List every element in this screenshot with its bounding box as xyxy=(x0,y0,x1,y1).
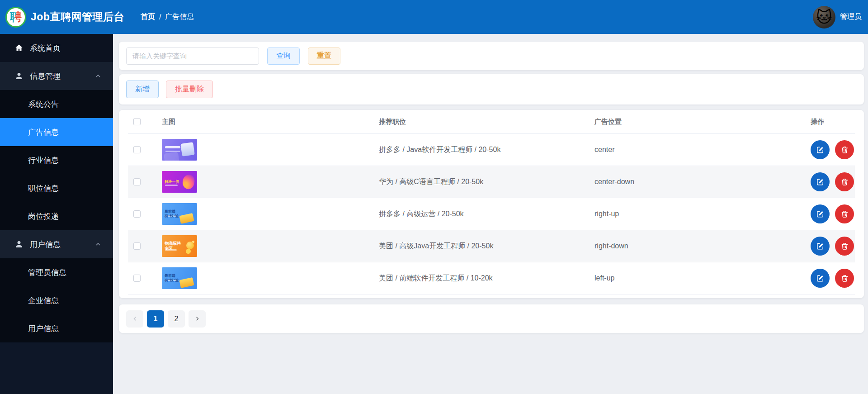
table-row: 解决一切 华为 / 高级C语言工程师 / 20-50k center-down xyxy=(128,166,855,198)
user-icon xyxy=(14,71,24,81)
search-panel: 查询 重置 xyxy=(119,42,864,70)
sidebar-item-users[interactable]: 用户信息 xyxy=(0,314,113,342)
sidebar-item-label: 系统公告 xyxy=(28,99,59,109)
ad-thumbnail: 最前端 有"钱"途 xyxy=(162,267,197,289)
user-avatar[interactable]: 🐱 xyxy=(813,6,835,28)
table-row: 物流招聘专区 美团 / 高级Java开发工程师 / 20-50k right-d… xyxy=(128,230,855,262)
sidebar-item-industry[interactable]: 行业信息 xyxy=(0,146,113,174)
row-checkbox[interactable] xyxy=(133,178,141,185)
sidebar-item-label: 用户信息 xyxy=(28,323,59,334)
table-header-row: 主图 推荐职位 广告位置 操作 xyxy=(128,110,855,134)
edit-button[interactable] xyxy=(811,204,830,223)
logo-char: 聘 xyxy=(10,9,22,25)
ad-thumbnail: 物流招聘专区 xyxy=(162,235,197,257)
sidebar-item-label: 系统首页 xyxy=(30,43,61,53)
sidebar-item-admins[interactable]: 管理员信息 xyxy=(0,258,113,286)
job-text: 美团 / 高级Java开发工程师 / 20-50k xyxy=(379,242,594,251)
page-title: Job直聘网管理后台 xyxy=(31,10,124,24)
chevron-right-icon xyxy=(194,316,200,322)
batch-delete-button[interactable]: 批量删除 xyxy=(166,81,213,98)
ad-position: right-down xyxy=(594,242,811,250)
job-text: 华为 / 高级C语言工程师 / 20-50k xyxy=(379,177,594,187)
ad-thumbnail: 最前端 有"钱"途 xyxy=(162,203,197,225)
edit-button[interactable] xyxy=(811,269,830,288)
ads-table: 主图 推荐职位 广告位置 操作 拼多多 / Java软件开发工程师 / 20-5… xyxy=(119,110,864,298)
breadcrumb: 首页 / 广告信息 xyxy=(141,12,194,22)
edit-button[interactable] xyxy=(811,140,830,159)
table-row: 拼多多 / Java软件开发工程师 / 20-50k center xyxy=(128,134,855,166)
sidebar-item-label: 用户信息 xyxy=(30,239,61,250)
delete-button[interactable] xyxy=(835,140,854,159)
chevron-up-icon xyxy=(95,241,101,247)
ad-thumbnail xyxy=(162,139,197,161)
edit-icon xyxy=(816,210,825,218)
pagination: 1 2 xyxy=(119,304,864,333)
reset-button[interactable]: 重置 xyxy=(308,47,340,65)
edit-icon xyxy=(816,178,825,186)
breadcrumb-current: 广告信息 xyxy=(165,12,194,22)
delete-button[interactable] xyxy=(835,269,854,288)
page-button-1[interactable]: 1 xyxy=(147,310,164,328)
edit-icon xyxy=(816,146,825,154)
ad-thumbnail: 解决一切 xyxy=(162,171,197,193)
chevron-up-icon xyxy=(95,73,101,79)
edit-button[interactable] xyxy=(811,172,830,191)
row-checkbox[interactable] xyxy=(133,242,141,250)
prev-page-button[interactable] xyxy=(126,310,143,328)
user-name: 管理员 xyxy=(840,12,862,22)
edit-button[interactable] xyxy=(811,237,830,256)
column-header-job: 推荐职位 xyxy=(379,118,594,126)
delete-button[interactable] xyxy=(835,172,854,191)
toolbar-panel: 新增 批量删除 xyxy=(119,74,864,104)
next-page-button[interactable] xyxy=(189,310,206,328)
sidebar-item-ads[interactable]: 广告信息 xyxy=(0,118,113,146)
delete-button[interactable] xyxy=(835,237,854,256)
column-header-position: 广告位置 xyxy=(594,118,811,126)
add-button[interactable]: 新增 xyxy=(126,81,159,98)
delete-button[interactable] xyxy=(835,204,854,223)
home-icon xyxy=(14,43,24,52)
main-content: 查询 重置 新增 批量删除 主图 推荐职位 广告位置 操作 拼多多 / Java… xyxy=(113,34,868,394)
edit-icon xyxy=(816,242,825,251)
table-row: 最前端 有"钱"途 拼多多 / 高级运营 / 20-50k right-up xyxy=(128,198,855,230)
sidebar-item-label: 信息管理 xyxy=(30,71,61,81)
sidebar-item-label: 管理员信息 xyxy=(28,267,66,278)
sidebar-item-companies[interactable]: 企业信息 xyxy=(0,286,113,314)
sidebar-item-label: 广告信息 xyxy=(28,127,59,138)
row-checkbox[interactable] xyxy=(133,146,141,153)
sidebar-item-delivery[interactable]: 岗位投递 xyxy=(0,202,113,230)
trash-icon xyxy=(840,178,849,186)
table-row: 最前端 有"钱"途 美团 / 前端软件开发工程师 / 10-20k left-u… xyxy=(128,262,855,294)
chevron-left-icon xyxy=(132,316,138,322)
row-checkbox[interactable] xyxy=(133,210,141,218)
user-icon xyxy=(14,240,24,249)
page-button-2[interactable]: 2 xyxy=(168,310,185,328)
sidebar-item-label: 行业信息 xyxy=(28,155,59,166)
sidebar-item-notice[interactable]: 系统公告 xyxy=(0,90,113,118)
sidebar-item-label: 企业信息 xyxy=(28,295,59,306)
select-all-checkbox[interactable] xyxy=(133,118,141,125)
search-input[interactable] xyxy=(126,47,259,65)
breadcrumb-home-link[interactable]: 首页 xyxy=(141,12,155,22)
trash-icon xyxy=(840,146,849,154)
column-header-actions: 操作 xyxy=(811,118,855,126)
row-checkbox[interactable] xyxy=(133,275,141,282)
sidebar-group-users[interactable]: 用户信息 xyxy=(0,230,113,258)
sidebar-item-positions[interactable]: 职位信息 xyxy=(0,174,113,202)
sidebar-item-home[interactable]: 系统首页 xyxy=(0,34,113,62)
query-button[interactable]: 查询 xyxy=(267,47,300,65)
trash-icon xyxy=(840,210,849,218)
header-bar: 聘 Job直聘网管理后台 首页 / 广告信息 🐱 管理员 xyxy=(0,0,868,34)
sidebar-item-label: 岗位投递 xyxy=(28,211,59,222)
ad-position: right-up xyxy=(594,210,811,218)
breadcrumb-separator: / xyxy=(159,13,161,21)
sidebar-group-info[interactable]: 信息管理 xyxy=(0,62,113,90)
app-logo: 聘 xyxy=(5,7,26,28)
trash-icon xyxy=(840,274,849,283)
edit-icon xyxy=(816,274,825,283)
trash-icon xyxy=(840,242,849,251)
job-text: 美团 / 前端软件开发工程师 / 10-20k xyxy=(379,274,594,283)
ad-position: center xyxy=(594,146,811,154)
ad-position: center-down xyxy=(594,178,811,186)
sidebar-item-label: 职位信息 xyxy=(28,183,59,194)
